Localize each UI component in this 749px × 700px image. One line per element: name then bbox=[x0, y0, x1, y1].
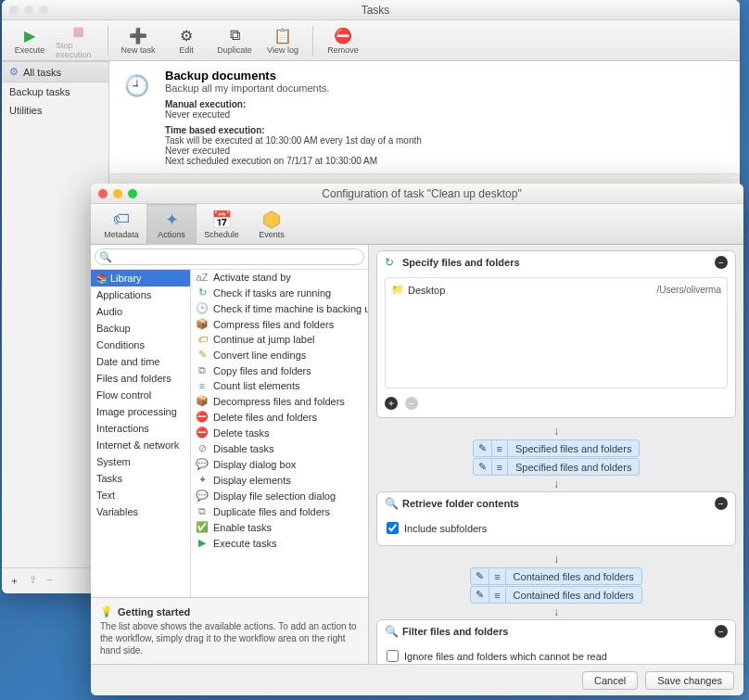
tab-schedule[interactable]: 📅 Schedule bbox=[197, 204, 247, 245]
close-icon[interactable] bbox=[9, 6, 19, 15]
remove-button[interactable]: ⛔ Remove bbox=[321, 22, 365, 59]
file-row[interactable]: 📁 Desktop /Users/oliverma bbox=[389, 282, 723, 298]
new-task-button[interactable]: ➕ New task bbox=[116, 22, 160, 59]
bolt-icon: ✦ bbox=[161, 210, 182, 230]
edit-button[interactable]: ⚙ Edit bbox=[164, 22, 209, 59]
list-icon[interactable]: ≡ bbox=[489, 588, 505, 603]
action-item[interactable]: 📦Compress files and folders bbox=[191, 316, 368, 332]
ignore-unreadable-checkbox[interactable] bbox=[387, 650, 399, 662]
search-input[interactable] bbox=[95, 248, 364, 265]
sidebar-item-utilities[interactable]: Utilities bbox=[2, 101, 108, 120]
pencil-icon[interactable]: ✎ bbox=[471, 568, 489, 584]
toolbar-separator bbox=[312, 26, 313, 56]
pencil-icon[interactable]: ✎ bbox=[474, 440, 492, 456]
category-item[interactable]: Internet & network bbox=[91, 437, 190, 453]
action-item[interactable]: ✅Enable tasks bbox=[191, 519, 368, 535]
minimize-icon[interactable] bbox=[24, 6, 33, 15]
sidebar-item-backup-tasks[interactable]: Backup tasks bbox=[2, 83, 108, 101]
sidebar-item-all-tasks[interactable]: ⚙ All tasks bbox=[2, 61, 108, 83]
duplicate-button[interactable]: ⧉ Duplicate bbox=[212, 22, 257, 59]
action-item[interactable]: 🏷Continue at jump label bbox=[191, 332, 368, 347]
share-icon[interactable]: ⇪ bbox=[29, 574, 37, 588]
arrow-down-icon: ↓ bbox=[376, 552, 736, 566]
action-icon: ▶ bbox=[196, 537, 209, 549]
task-desc: Backup all my important documents. bbox=[165, 83, 730, 94]
category-item[interactable]: Tasks bbox=[91, 470, 190, 487]
magnifier-icon: 🔍 bbox=[385, 625, 398, 638]
remove-action-button[interactable]: − bbox=[715, 256, 728, 269]
category-item[interactable]: Date and time bbox=[91, 353, 190, 370]
arrow-down-icon: ↓ bbox=[376, 424, 736, 439]
add-icon[interactable]: ＋ bbox=[9, 574, 19, 588]
action-item[interactable]: ⧉Duplicate files and folders bbox=[191, 503, 368, 519]
connection-pill[interactable]: ✎ ≡ Contained files and folders bbox=[470, 567, 642, 585]
list-icon[interactable]: ≡ bbox=[492, 441, 508, 456]
tab-actions[interactable]: ✦ Actions bbox=[146, 204, 197, 245]
tab-events[interactable]: ⚡ Events bbox=[247, 204, 297, 245]
connection-pill[interactable]: ✎ ≡ Specified files and folders bbox=[473, 439, 641, 457]
action-item[interactable]: ⊘Disable tasks bbox=[191, 440, 368, 456]
action-item[interactable]: 🕒Check if time machine is backing up dat bbox=[191, 300, 368, 316]
list-icon[interactable]: ≡ bbox=[489, 569, 505, 584]
calendar-icon: 📅 bbox=[211, 210, 232, 230]
remove-action-button[interactable]: − bbox=[715, 497, 728, 510]
category-item[interactable]: Files and folders bbox=[91, 370, 190, 387]
action-label: Execute tasks bbox=[213, 538, 276, 549]
action-item[interactable]: ⛔Delete tasks bbox=[191, 425, 368, 440]
connection-pill[interactable]: ✎ ≡ Specified files and folders bbox=[473, 458, 641, 476]
tab-metadata[interactable]: 🏷 Metadata bbox=[96, 204, 146, 245]
action-item[interactable]: ▶Execute tasks bbox=[191, 535, 368, 551]
category-label: Backup bbox=[96, 323, 131, 334]
traffic-lights bbox=[98, 189, 137, 198]
category-item[interactable]: Variables bbox=[91, 503, 190, 520]
action-item[interactable]: ✎Convert line endings bbox=[191, 347, 368, 363]
viewlog-button[interactable]: 📋 View log bbox=[260, 22, 305, 59]
cancel-button[interactable]: Cancel bbox=[582, 671, 638, 690]
task-row-backup[interactable]: 🕘 Backup documents Backup all my importa… bbox=[109, 61, 740, 174]
pencil-icon[interactable]: ✎ bbox=[474, 459, 492, 475]
action-icon: 🕒 bbox=[196, 302, 209, 314]
files-list[interactable]: 📁 Desktop /Users/oliverma bbox=[385, 277, 728, 388]
action-item[interactable]: ≡Count list elements bbox=[191, 378, 368, 393]
action-item[interactable]: ⧉Copy files and folders bbox=[191, 363, 368, 378]
category-item[interactable]: Backup bbox=[91, 320, 190, 337]
zoom-icon[interactable] bbox=[128, 189, 137, 198]
connection-pill[interactable]: ✎ ≡ Contained files and folders bbox=[470, 586, 642, 604]
action-item[interactable]: 💬Display file selection dialog bbox=[191, 488, 368, 503]
action-item[interactable]: 💬Display dialog box bbox=[191, 456, 368, 472]
action-item[interactable]: ✦Display elements bbox=[191, 472, 368, 488]
list-icon[interactable]: ≡ bbox=[492, 460, 508, 475]
action-icon: 📦 bbox=[196, 395, 209, 407]
action-item[interactable]: ↻Check if tasks are running bbox=[191, 285, 368, 300]
category-item[interactable]: Text bbox=[91, 487, 190, 503]
pencil-icon[interactable]: ✎ bbox=[471, 587, 489, 603]
category-item[interactable]: 📚Library bbox=[91, 270, 190, 286]
close-icon[interactable] bbox=[98, 189, 108, 198]
category-item[interactable]: Conditions bbox=[91, 337, 190, 353]
category-label: Audio bbox=[96, 306, 122, 317]
action-item[interactable]: 📦Decompress files and folders bbox=[191, 393, 368, 409]
action-item[interactable]: ⛔Delete files and folders bbox=[191, 409, 368, 425]
zoom-icon[interactable] bbox=[39, 6, 48, 15]
include-subfolders-checkbox[interactable] bbox=[387, 522, 399, 534]
workflow-area[interactable]: ↻ Specify files and folders − 📁 Desktop … bbox=[369, 245, 743, 664]
action-item[interactable]: aZActivate stand by bbox=[191, 270, 368, 285]
add-file-button[interactable]: ＋ bbox=[385, 397, 398, 410]
category-item[interactable]: Flow control bbox=[91, 387, 190, 403]
category-item[interactable]: Applications bbox=[91, 286, 190, 303]
action-label: Activate stand by bbox=[213, 272, 291, 283]
save-button[interactable]: Save changes bbox=[645, 671, 734, 690]
remove-action-button[interactable]: − bbox=[715, 625, 728, 638]
stop-button[interactable]: ◼ Stop execution bbox=[56, 22, 100, 59]
remove-file-button[interactable]: − bbox=[405, 397, 418, 410]
minimize-icon[interactable] bbox=[113, 189, 122, 198]
category-item[interactable]: Interactions bbox=[91, 420, 190, 437]
action-label: Check if time machine is backing up dat bbox=[213, 303, 368, 314]
minus-icon[interactable]: − bbox=[46, 574, 52, 588]
action-icon: 📦 bbox=[196, 318, 209, 330]
category-item[interactable]: Audio bbox=[91, 303, 190, 320]
execute-button[interactable]: ▶ Execute bbox=[7, 22, 52, 59]
category-item[interactable]: Image processing bbox=[91, 403, 190, 420]
action-icon: ⧉ bbox=[196, 505, 209, 517]
category-item[interactable]: System bbox=[91, 453, 190, 470]
